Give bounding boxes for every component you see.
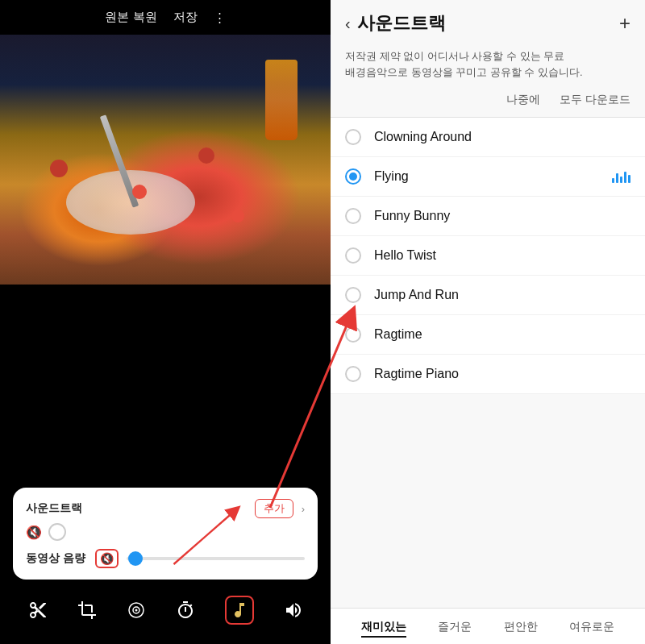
- track-item-ragtime-piano[interactable]: Ragtime Piano: [331, 355, 645, 394]
- plus-button[interactable]: +: [619, 12, 630, 35]
- crop-tool[interactable]: [77, 600, 97, 620]
- eq-bar-1: [612, 178, 614, 183]
- restore-button[interactable]: 원본 복원: [105, 10, 156, 25]
- volume-slider[interactable]: [127, 557, 305, 560]
- sound-icons-row: 🔇: [26, 523, 305, 541]
- radio-jump-and-run[interactable]: [345, 287, 361, 303]
- tab-relaxed[interactable]: 여유로운: [569, 618, 614, 638]
- tomato-3: [198, 147, 214, 164]
- track-item-flying[interactable]: Flying: [331, 157, 645, 197]
- left-panel: 원본 복원 저장 ⋮ 사운드트랙 추가 ›: [0, 0, 331, 644]
- tomato-1: [50, 160, 68, 177]
- mute-box[interactable]: 🔇: [95, 549, 119, 568]
- sound-card: 사운드트랙 추가 › 🔇 동영상 음량 🔇: [13, 488, 318, 580]
- track-item-hello-twist[interactable]: Hello Twist: [331, 236, 645, 276]
- svg-point-4: [135, 609, 137, 612]
- category-tabs: 재미있는 즐거운 편안한 여유로운: [331, 608, 645, 644]
- later-button[interactable]: 나중에: [506, 93, 540, 107]
- timer-tool[interactable]: [176, 600, 195, 620]
- eq-bar-5: [628, 175, 630, 183]
- more-button[interactable]: ⋮: [214, 10, 226, 25]
- save-button[interactable]: 저장: [173, 10, 198, 25]
- track-name-hello-twist: Hello Twist: [374, 248, 630, 263]
- download-all-button[interactable]: 모두 다운로드: [560, 93, 630, 107]
- tomato-4: [231, 210, 244, 222]
- track-name-jump-and-run: Jump And Run: [374, 288, 630, 302]
- radio-hello-twist[interactable]: [345, 247, 361, 264]
- track-name-ragtime: Ragtime: [374, 327, 630, 342]
- toggle-circle[interactable]: [48, 523, 66, 541]
- equalizer-icon: [612, 170, 630, 183]
- radio-flying[interactable]: [345, 168, 361, 185]
- radio-clowning-around[interactable]: [345, 129, 361, 145]
- tab-joyful[interactable]: 즐거운: [438, 618, 472, 638]
- soundtrack-label: 사운드트랙: [26, 501, 82, 516]
- sound-card-row1: 사운드트랙 추가 ›: [26, 499, 305, 518]
- radio-ragtime-piano[interactable]: [345, 366, 361, 382]
- bottom-toolbar: [0, 588, 331, 636]
- slider-thumb: [128, 551, 143, 566]
- eq-bar-4: [624, 172, 626, 183]
- soundtrack-title: 사운드트랙: [357, 11, 446, 35]
- glass-element: [265, 60, 298, 140]
- track-list: Clowning Around Flying Funny Bunny Hel: [331, 118, 645, 608]
- sound-card-row2: 동영상 음량 🔇: [26, 549, 305, 568]
- tomato-2: [132, 185, 147, 199]
- left-header: 원본 복원 저장 ⋮: [0, 0, 331, 35]
- volume-tool[interactable]: [284, 600, 303, 620]
- eq-bar-2: [616, 173, 618, 183]
- action-row: 나중에 모두 다운로드: [331, 89, 645, 117]
- add-arrow-icon: ›: [302, 503, 305, 515]
- track-name-clowning-around: Clowning Around: [374, 130, 630, 144]
- video-area: [0, 35, 331, 285]
- track-item-clowning-around[interactable]: Clowning Around: [331, 118, 645, 157]
- radio-ragtime[interactable]: [345, 326, 361, 343]
- track-item-funny-bunny[interactable]: Funny Bunny: [331, 197, 645, 236]
- track-item-jump-and-run[interactable]: Jump And Run: [331, 276, 645, 315]
- track-name-ragtime-piano: Ragtime Piano: [374, 367, 630, 381]
- right-header: ‹ 사운드트랙 +: [331, 0, 645, 44]
- right-header-left: ‹ 사운드트랙: [345, 11, 446, 35]
- music-tool[interactable]: [225, 596, 254, 625]
- eq-bar-3: [620, 177, 622, 183]
- track-item-ragtime[interactable]: Ragtime: [331, 315, 645, 355]
- mute-icon: 🔇: [100, 552, 114, 565]
- add-button[interactable]: 추가: [255, 499, 293, 518]
- video-sound-label: 동영상 음량: [26, 551, 90, 566]
- effects-tool[interactable]: [127, 600, 146, 620]
- black-bottom: 사운드트랙 추가 › 🔇 동영상 음량 🔇: [0, 285, 331, 644]
- tab-calm[interactable]: 편안한: [504, 618, 538, 638]
- track-name-funny-bunny: Funny Bunny: [374, 209, 630, 223]
- scissors-tool[interactable]: [28, 600, 48, 620]
- mute-icon-small: 🔇: [26, 525, 42, 540]
- description-text: 저작권 제약 없이 어디서나 사용할 수 있는 무료 배경음악으로 동영상을 꾸…: [331, 44, 645, 89]
- radio-inner-flying: [349, 172, 357, 181]
- right-panel: ‹ 사운드트랙 + 저작권 제약 없이 어디서나 사용할 수 있는 무료 배경음…: [331, 0, 645, 644]
- track-name-flying: Flying: [374, 169, 612, 184]
- tab-fun[interactable]: 재미있는: [361, 618, 406, 638]
- back-button[interactable]: ‹: [345, 15, 351, 33]
- radio-funny-bunny[interactable]: [345, 208, 361, 224]
- pizza-scene: [0, 35, 331, 285]
